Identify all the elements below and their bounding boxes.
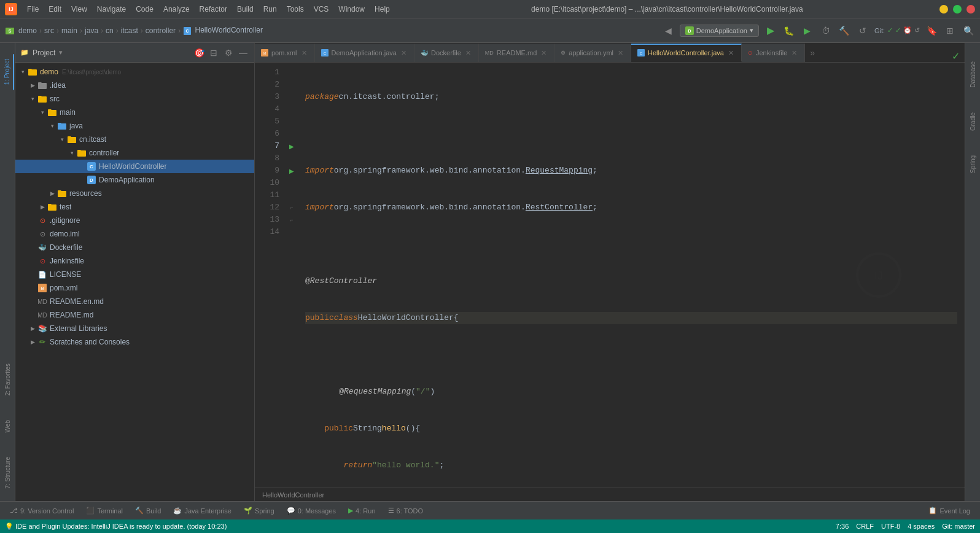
expand-arrow-java[interactable]: ▾ <box>47 121 57 131</box>
btn-run[interactable]: ▶ 4: Run <box>343 505 380 516</box>
tree-item-demo-iml[interactable]: ⊙ demo.iml <box>15 227 254 241</box>
git-undo[interactable]: ↺ <box>914 26 920 34</box>
expand-arrow-idea[interactable]: ▶ <box>28 80 37 90</box>
tree-item-readme-en[interactable]: MD README.en.md <box>15 295 254 308</box>
breadcrumb-main[interactable]: main <box>61 26 77 35</box>
btn-version-control[interactable]: ⎇ 9: Version Control <box>5 505 79 516</box>
more-tabs-button[interactable]: » <box>805 48 820 58</box>
locate-file-btn[interactable]: 🎯 <box>193 47 205 59</box>
back-button[interactable]: ◀ <box>663 25 675 37</box>
run-method-icon[interactable]: ▶ <box>289 168 294 174</box>
close-tab-demo-app[interactable]: ✕ <box>400 49 408 57</box>
fold-icon-12[interactable]: ⌐ <box>290 204 293 211</box>
run-config-selector[interactable]: D DemoApplication ▾ <box>680 25 759 37</box>
breadcrumb-demo[interactable]: demo <box>18 26 37 35</box>
sync-button[interactable]: ↺ <box>856 24 869 37</box>
tree-item-cn-itcast[interactable]: ▾ cn.itcast <box>15 133 254 146</box>
menu-tools[interactable]: Tools <box>282 2 309 16</box>
git-check2[interactable]: ✓ <box>895 26 901 34</box>
close-tab-app-yml[interactable]: ✕ <box>616 49 624 57</box>
expand-arrow-cn-itcast[interactable]: ▾ <box>57 134 67 144</box>
line-ending[interactable]: CRLF <box>856 523 874 530</box>
menu-window[interactable]: Window <box>333 2 370 16</box>
run-gutter-icon[interactable]: ▶ <box>289 143 294 150</box>
tree-item-controller[interactable]: ▾ controller <box>15 146 254 160</box>
tree-item-main[interactable]: ▾ main <box>15 106 254 119</box>
build-button[interactable]: 🔨 <box>838 24 851 37</box>
tree-item-idea[interactable]: ▶ .idea <box>15 79 254 92</box>
close-panel-btn[interactable]: — <box>237 47 249 59</box>
breadcrumb-java[interactable]: java <box>85 26 98 35</box>
menu-vcs[interactable]: VCS <box>309 2 334 16</box>
close-button[interactable]: ✕ <box>966 5 975 14</box>
close-tab-jenkinsfile[interactable]: ✕ <box>790 49 798 57</box>
close-tab-dockerfile[interactable]: ✕ <box>464 49 472 57</box>
panel-dropdown[interactable]: ▾ <box>59 49 63 56</box>
expand-arrow-resources[interactable]: ▶ <box>47 189 57 198</box>
expand-arrow-test[interactable]: ▶ <box>37 202 47 212</box>
git-check1[interactable]: ✓ <box>887 26 893 34</box>
tree-item-java-folder[interactable]: ▾ java <box>15 119 254 133</box>
breadcrumb-file[interactable]: C HelloWorldController <box>183 26 263 35</box>
maximize-button[interactable]: □ <box>953 5 962 14</box>
tree-item-readme[interactable]: MD README.md <box>15 308 254 322</box>
menu-navigate[interactable]: Navigate <box>92 2 131 16</box>
cursor-position[interactable]: 7:36 <box>836 523 849 530</box>
expand-arrow-demo[interactable]: ▾ <box>18 67 28 77</box>
btn-spring[interactable]: 🌱 Spring <box>239 505 279 516</box>
indent-info[interactable]: 4 spaces <box>908 523 935 530</box>
close-tab-readme[interactable]: ✕ <box>540 49 548 57</box>
profile-button[interactable]: ⏱ <box>819 24 833 37</box>
expand-arrow-ext-libs[interactable]: ▶ <box>28 324 37 333</box>
settings-btn[interactable]: ⚙ <box>222 47 235 59</box>
tab-dockerfile[interactable]: 🐳 Dockerfile ✕ <box>414 44 479 62</box>
side-tab-gradle[interactable]: Gradle <box>965 100 981 143</box>
tab-demo-app[interactable]: C DemoApplication.java ✕ <box>315 44 414 62</box>
expand-arrow-controller[interactable]: ▾ <box>67 148 77 158</box>
tree-item-gitignore[interactable]: ⊙ .gitignore <box>15 214 254 227</box>
btn-terminal[interactable]: ⬛ Terminal <box>81 505 128 516</box>
breadcrumb-src[interactable]: src <box>44 26 54 35</box>
tab-pom-xml[interactable]: M pom.xml ✕ <box>255 44 315 62</box>
menu-analyze[interactable]: Analyze <box>158 2 195 16</box>
editor-content[interactable]: IJ 1 2 3 4 5 6 7 8 9 10 11 12 13 14 <box>255 63 965 488</box>
tree-item-scratches[interactable]: ▶ ✏ Scratches and Consoles <box>15 335 254 349</box>
side-tab-web[interactable]: Web <box>0 408 15 445</box>
tree-item-pom-xml[interactable]: M pom.xml <box>15 281 254 295</box>
breadcrumb-cn[interactable]: cn <box>106 26 114 35</box>
bookmark-button[interactable]: 🔖 <box>925 24 938 37</box>
expand-arrow-src[interactable]: ▾ <box>28 94 37 104</box>
menu-code[interactable]: Code <box>131 2 158 16</box>
tab-application-yml[interactable]: ⚙ application.yml ✕ <box>554 44 631 62</box>
menu-help[interactable]: Help <box>370 2 395 16</box>
code-editor[interactable]: package cn.itcast.controller; import org… <box>298 63 965 488</box>
menu-run[interactable]: Run <box>259 2 282 16</box>
expand-arrow-main[interactable]: ▾ <box>37 107 47 117</box>
collapse-all-btn[interactable]: ⊟ <box>208 47 220 59</box>
menu-build[interactable]: Build <box>232 2 259 16</box>
side-tab-spring-right[interactable]: Spring <box>965 143 981 185</box>
tab-readme[interactable]: MD README.md ✕ <box>479 44 554 62</box>
git-history[interactable]: ⏰ <box>903 26 912 34</box>
layout-button[interactable]: ⊞ <box>943 24 957 37</box>
menu-edit[interactable]: Edit <box>44 2 66 16</box>
debug-button[interactable]: 🐛 <box>782 24 796 37</box>
menu-file[interactable]: File <box>22 2 44 16</box>
close-tab-pom[interactable]: ✕ <box>300 49 308 57</box>
search-everywhere-button[interactable]: 🔍 <box>962 24 975 37</box>
tree-item-jenkinsfile[interactable]: ⊙ Jenkinsfile <box>15 254 254 268</box>
btn-messages[interactable]: 💬 0: Messages <box>282 505 341 516</box>
tree-item-src[interactable]: ▾ src <box>15 92 254 106</box>
minimize-button[interactable]: — <box>939 5 948 14</box>
run-button[interactable]: ▶ <box>764 24 777 37</box>
btn-event-log[interactable]: 📋 Event Log <box>924 505 975 516</box>
tree-item-resources[interactable]: ▶ resources <box>15 187 254 200</box>
side-tab-structure[interactable]: 7: Structure <box>0 445 15 501</box>
tree-item-external-libs[interactable]: ▶ 📚 External Libraries <box>15 322 254 335</box>
tree-item-demo[interactable]: ▾ demo E:\itcast\project\demo <box>15 65 254 79</box>
coverage-button[interactable]: ▶ <box>801 24 814 37</box>
tab-jenkinsfile[interactable]: ⊙ Jenkinsfile ✕ <box>742 44 805 62</box>
close-tab-hello[interactable]: ✕ <box>727 49 735 57</box>
side-tab-favorites[interactable]: 2: Favorites <box>0 351 15 408</box>
tree-item-license[interactable]: 📄 LICENSE <box>15 268 254 281</box>
